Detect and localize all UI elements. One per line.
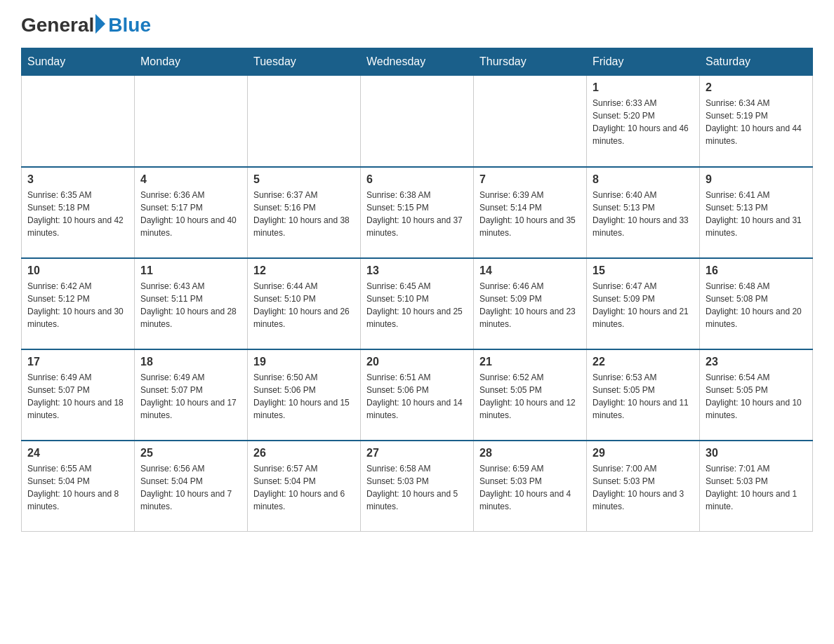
- day-number: 12: [253, 264, 355, 277]
- day-number: 21: [479, 356, 581, 368]
- calendar-cell: 6Sunrise: 6:38 AMSunset: 5:15 PMDaylight…: [361, 167, 474, 258]
- day-info: Sunrise: 6:45 AMSunset: 5:10 PMDaylight:…: [366, 280, 468, 330]
- day-number: 26: [253, 447, 355, 459]
- day-info: Sunrise: 7:00 AMSunset: 5:03 PMDaylight:…: [593, 462, 694, 513]
- calendar-cell: 16Sunrise: 6:48 AMSunset: 5:08 PMDayligh…: [700, 258, 813, 349]
- weekday-header-friday: Friday: [587, 48, 700, 76]
- day-info: Sunrise: 6:40 AMSunset: 5:13 PMDaylight:…: [593, 189, 694, 239]
- day-number: 8: [593, 173, 694, 186]
- day-number: 9: [706, 173, 807, 186]
- day-info: Sunrise: 6:34 AMSunset: 5:19 PMDaylight:…: [706, 97, 807, 147]
- day-info: Sunrise: 6:54 AMSunset: 5:05 PMDaylight:…: [706, 371, 807, 422]
- calendar-cell: 5Sunrise: 6:37 AMSunset: 5:16 PMDaylight…: [248, 167, 361, 258]
- logo-general: General: [21, 14, 94, 36]
- day-number: 10: [27, 264, 128, 277]
- day-info: Sunrise: 6:41 AMSunset: 5:13 PMDaylight:…: [706, 189, 807, 239]
- day-number: 4: [140, 173, 241, 186]
- day-info: Sunrise: 6:38 AMSunset: 5:15 PMDaylight:…: [366, 189, 468, 239]
- calendar-cell: 17Sunrise: 6:49 AMSunset: 5:07 PMDayligh…: [22, 349, 135, 441]
- day-info: Sunrise: 6:58 AMSunset: 5:03 PMDaylight:…: [366, 462, 468, 513]
- calendar-cell: 13Sunrise: 6:45 AMSunset: 5:10 PMDayligh…: [361, 258, 474, 349]
- day-info: Sunrise: 7:01 AMSunset: 5:03 PMDaylight:…: [706, 462, 807, 513]
- day-number: 27: [366, 447, 468, 459]
- calendar-cell: 26Sunrise: 6:57 AMSunset: 5:04 PMDayligh…: [248, 441, 361, 532]
- day-info: Sunrise: 6:47 AMSunset: 5:09 PMDaylight:…: [593, 280, 694, 330]
- day-number: 18: [140, 356, 241, 368]
- day-number: 17: [27, 356, 128, 368]
- day-number: 13: [366, 264, 468, 277]
- calendar-cell: 12Sunrise: 6:44 AMSunset: 5:10 PMDayligh…: [248, 258, 361, 349]
- day-info: Sunrise: 6:48 AMSunset: 5:08 PMDaylight:…: [706, 280, 807, 330]
- calendar-cell: 10Sunrise: 6:42 AMSunset: 5:12 PMDayligh…: [22, 258, 135, 349]
- day-number: 19: [253, 356, 355, 368]
- weekday-header-sunday: Sunday: [22, 48, 135, 76]
- day-info: Sunrise: 6:36 AMSunset: 5:17 PMDaylight:…: [140, 189, 241, 239]
- day-number: 29: [593, 447, 694, 459]
- day-number: 28: [479, 447, 581, 459]
- day-info: Sunrise: 6:50 AMSunset: 5:06 PMDaylight:…: [253, 371, 355, 422]
- day-number: 6: [366, 173, 468, 186]
- day-number: 5: [253, 173, 355, 186]
- day-info: Sunrise: 6:35 AMSunset: 5:18 PMDaylight:…: [27, 189, 128, 239]
- calendar-body: 1Sunrise: 6:33 AMSunset: 5:20 PMDaylight…: [22, 76, 813, 532]
- calendar-cell: [22, 76, 135, 167]
- day-info: Sunrise: 6:51 AMSunset: 5:06 PMDaylight:…: [366, 371, 468, 422]
- day-number: 16: [706, 264, 807, 277]
- day-info: Sunrise: 6:43 AMSunset: 5:11 PMDaylight:…: [140, 280, 241, 330]
- logo-area: General Blue: [21, 14, 151, 36]
- calendar-week-row: 17Sunrise: 6:49 AMSunset: 5:07 PMDayligh…: [22, 349, 813, 441]
- day-number: 24: [27, 447, 128, 459]
- calendar-cell: [135, 76, 248, 167]
- calendar-header: SundayMondayTuesdayWednesdayThursdayFrid…: [22, 48, 813, 76]
- day-info: Sunrise: 6:52 AMSunset: 5:05 PMDaylight:…: [479, 371, 581, 422]
- calendar-cell: 14Sunrise: 6:46 AMSunset: 5:09 PMDayligh…: [474, 258, 587, 349]
- weekday-header-saturday: Saturday: [700, 48, 813, 76]
- calendar-cell: 8Sunrise: 6:40 AMSunset: 5:13 PMDaylight…: [587, 167, 700, 258]
- logo-blue: Blue: [108, 14, 151, 36]
- day-number: 14: [479, 264, 581, 277]
- logo: General Blue: [21, 14, 151, 36]
- weekday-header-monday: Monday: [135, 48, 248, 76]
- calendar-cell: 4Sunrise: 6:36 AMSunset: 5:17 PMDaylight…: [135, 167, 248, 258]
- day-number: 2: [706, 81, 807, 94]
- calendar-table: SundayMondayTuesdayWednesdayThursdayFrid…: [21, 48, 813, 532]
- weekday-header-thursday: Thursday: [474, 48, 587, 76]
- day-number: 15: [593, 264, 694, 277]
- calendar-cell: [248, 76, 361, 167]
- calendar-cell: 3Sunrise: 6:35 AMSunset: 5:18 PMDaylight…: [22, 167, 135, 258]
- day-info: Sunrise: 6:49 AMSunset: 5:07 PMDaylight:…: [140, 371, 241, 422]
- day-info: Sunrise: 6:44 AMSunset: 5:10 PMDaylight:…: [253, 280, 355, 330]
- day-number: 1: [593, 81, 694, 94]
- calendar-week-row: 24Sunrise: 6:55 AMSunset: 5:04 PMDayligh…: [22, 441, 813, 532]
- calendar-cell: 30Sunrise: 7:01 AMSunset: 5:03 PMDayligh…: [700, 441, 813, 532]
- day-info: Sunrise: 6:46 AMSunset: 5:09 PMDaylight:…: [479, 280, 581, 330]
- day-number: 20: [366, 356, 468, 368]
- calendar-cell: [361, 76, 474, 167]
- calendar-cell: 18Sunrise: 6:49 AMSunset: 5:07 PMDayligh…: [135, 349, 248, 441]
- day-number: 22: [593, 356, 694, 368]
- weekday-header-wednesday: Wednesday: [361, 48, 474, 76]
- calendar-cell: 29Sunrise: 7:00 AMSunset: 5:03 PMDayligh…: [587, 441, 700, 532]
- calendar-cell: 22Sunrise: 6:53 AMSunset: 5:05 PMDayligh…: [587, 349, 700, 441]
- logo-triangle-icon: [95, 14, 105, 34]
- calendar-cell: 27Sunrise: 6:58 AMSunset: 5:03 PMDayligh…: [361, 441, 474, 532]
- day-info: Sunrise: 6:33 AMSunset: 5:20 PMDaylight:…: [593, 97, 694, 147]
- day-number: 30: [706, 447, 807, 459]
- day-info: Sunrise: 6:56 AMSunset: 5:04 PMDaylight:…: [140, 462, 241, 513]
- calendar-cell: 23Sunrise: 6:54 AMSunset: 5:05 PMDayligh…: [700, 349, 813, 441]
- day-number: 3: [27, 173, 128, 186]
- day-info: Sunrise: 6:57 AMSunset: 5:04 PMDaylight:…: [253, 462, 355, 513]
- calendar-week-row: 3Sunrise: 6:35 AMSunset: 5:18 PMDaylight…: [22, 167, 813, 258]
- day-info: Sunrise: 6:42 AMSunset: 5:12 PMDaylight:…: [27, 280, 128, 330]
- calendar-cell: 19Sunrise: 6:50 AMSunset: 5:06 PMDayligh…: [248, 349, 361, 441]
- calendar-week-row: 1Sunrise: 6:33 AMSunset: 5:20 PMDaylight…: [22, 76, 813, 167]
- day-info: Sunrise: 6:53 AMSunset: 5:05 PMDaylight:…: [593, 371, 694, 422]
- weekday-header-tuesday: Tuesday: [248, 48, 361, 76]
- calendar-cell: 7Sunrise: 6:39 AMSunset: 5:14 PMDaylight…: [474, 167, 587, 258]
- calendar-cell: 11Sunrise: 6:43 AMSunset: 5:11 PMDayligh…: [135, 258, 248, 349]
- calendar-cell: 9Sunrise: 6:41 AMSunset: 5:13 PMDaylight…: [700, 167, 813, 258]
- calendar-cell: 20Sunrise: 6:51 AMSunset: 5:06 PMDayligh…: [361, 349, 474, 441]
- day-info: Sunrise: 6:59 AMSunset: 5:03 PMDaylight:…: [479, 462, 581, 513]
- day-number: 11: [140, 264, 241, 277]
- calendar-cell: 2Sunrise: 6:34 AMSunset: 5:19 PMDaylight…: [700, 76, 813, 167]
